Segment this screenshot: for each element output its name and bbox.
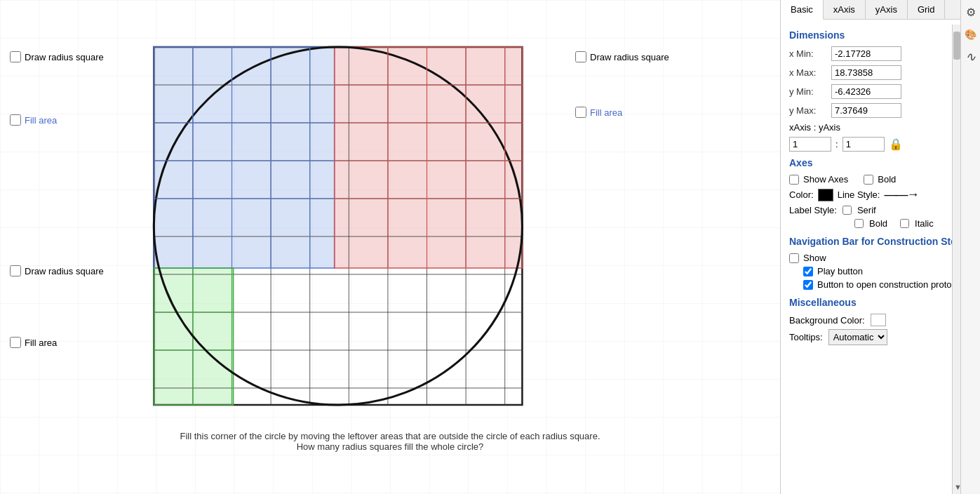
draw-radius-checkbox-1[interactable] [10,51,21,62]
tab-basic[interactable]: Basic [781,0,824,20]
draw-radius-label-2: Draw radius square [25,266,104,276]
y-min-input[interactable] [831,84,901,99]
color-label: Color: [789,189,814,200]
show-nav-label: Show [803,253,826,263]
play-button-row: Play button [803,266,972,276]
canvas-checkbox-draw-radius-3[interactable]: Draw radius square [575,51,669,62]
fill-area-checkbox-1[interactable] [10,114,21,126]
label-style-label: Label Style: [789,205,837,215]
tooltips-select[interactable]: Automatic On Off [828,329,887,345]
bold-axes-checkbox[interactable] [864,175,873,185]
axes-section: Axes Show Axes Bold Color: Line Style: —… [789,157,972,229]
tab-yaxis[interactable]: yAxis [866,0,908,19]
panel-body: Dimensions x Min: x Max: y Min: y Max: x… [781,20,980,494]
x-max-label: x Max: [789,67,831,78]
wave-icon[interactable]: ∿ [963,49,979,65]
canvas-checkbox-fill-area-2[interactable]: Fill area [10,337,57,348]
bg-color-swatch[interactable] [871,314,886,326]
fill-area-label-2: Fill area [25,338,57,348]
line-style-preview[interactable]: ——→ [884,187,918,202]
canvas-checkbox-draw-radius-2[interactable]: Draw radius square [10,265,104,276]
draw-radius-label-3: Draw radius square [590,52,669,62]
fill-area-label-1: Fill area [25,115,57,126]
show-axes-checkbox[interactable] [789,175,799,185]
canvas-checkbox-fill-area-3[interactable]: Fill area [575,107,622,118]
bold-italic-row: Bold Italic [789,218,972,229]
play-button-label: Play button [817,266,863,276]
gear-icon[interactable]: ⚙ [963,4,979,20]
bold-label-checkbox[interactable] [854,219,864,228]
right-panel: Basic xAxis yAxis Grid ✕ Dimensions x Mi… [780,0,980,494]
ratio-colon: : [835,139,838,149]
nav-section: Navigation Bar for Construction Steps Sh… [789,236,972,290]
show-axes-label: Show Axes [803,174,848,185]
color-swatch[interactable] [818,189,833,201]
italic-checkbox[interactable] [900,219,909,228]
fill-area-checkbox-3[interactable] [575,107,586,118]
y-max-label: y Max: [789,105,831,116]
ratio-label-row: xAxis : yAxis [789,122,972,133]
y-min-row: y Min: [789,84,972,99]
canvas-checkbox-fill-area-1[interactable]: Fill area [10,114,57,126]
label-style-row: Label Style: Serif [789,205,972,215]
ratio-y-input[interactable] [843,137,885,152]
scroll-track[interactable]: ▼ [952,25,960,494]
italic-label: Italic [915,218,934,229]
tooltip-row: Tooltips: Automatic On Off [789,329,972,345]
tooltips-label: Tooltips: [789,332,823,342]
serif-checkbox[interactable] [843,206,852,215]
ratio-label: xAxis : yAxis [789,122,840,133]
bg-color-row: Background Color: [789,314,972,326]
line-style-label: Line Style: [838,189,880,200]
bottom-text: Fill this corner of the circle by moving… [180,431,600,452]
x-min-input[interactable] [831,46,901,61]
draw-radius-checkbox-3[interactable] [575,51,586,62]
ratio-row: : 🔒 [789,137,972,152]
fill-area-checkbox-2[interactable] [10,337,21,348]
y-max-row: y Max: [789,103,972,118]
lock-icon[interactable]: 🔒 [889,138,903,151]
tab-grid[interactable]: Grid [908,0,946,19]
open-protocol-row: Button to open construction protocol [803,279,972,290]
bottom-text-line1: Fill this corner of the circle by moving… [180,431,600,441]
bg-color-label: Background Color: [789,315,865,326]
draw-radius-label-1: Draw radius square [25,52,104,62]
fill-area-label-3: Fill area [590,107,622,118]
canvas-checkbox-draw-radius-1[interactable]: Draw radius square [10,51,104,62]
ratio-x-input[interactable] [789,137,831,152]
scroll-thumb[interactable] [953,32,960,60]
bold-label2: Bold [869,218,887,229]
x-max-input[interactable] [831,65,901,80]
svg-rect-2 [335,47,523,268]
draw-radius-checkbox-2[interactable] [10,265,21,276]
show-axes-row: Show Axes Bold [789,174,972,185]
arrow-icon: ——→ [884,187,918,202]
open-protocol-label: Button to open construction protocol [817,279,963,290]
x-max-row: x Max: [789,65,972,80]
misc-section: Miscellaneous Background Color: Tooltips… [789,297,972,345]
tab-xaxis[interactable]: xAxis [824,0,866,19]
bold-axes-label: Bold [878,174,896,185]
x-min-row: x Min: [789,46,972,61]
open-protocol-checkbox[interactable] [803,280,813,290]
grid-svg [0,0,780,494]
svg-rect-1 [154,47,334,268]
play-button-checkbox[interactable] [803,267,813,276]
serif-label: Serif [857,205,876,215]
nav-title: Navigation Bar for Construction Steps [789,236,972,247]
canvas-area: Draw radius square Fill area Draw radius… [0,0,780,494]
color-row: Color: Line Style: ——→ [789,187,972,202]
paint-icon[interactable]: 🎨 [963,27,979,42]
show-nav-row: Show [789,253,972,263]
x-min-label: x Min: [789,48,831,59]
axes-title: Axes [789,157,972,168]
y-min-label: y Min: [789,86,831,97]
y-max-input[interactable] [831,103,901,118]
misc-title: Miscellaneous [789,297,972,308]
side-icons: ⚙ 🎨 ∿ [960,0,980,494]
tab-bar: Basic xAxis yAxis Grid ✕ [781,0,980,20]
bottom-text-line2: How many radius squares fill the whole c… [180,441,600,452]
show-nav-checkbox[interactable] [789,253,799,263]
dimensions-title: Dimensions [789,29,972,41]
